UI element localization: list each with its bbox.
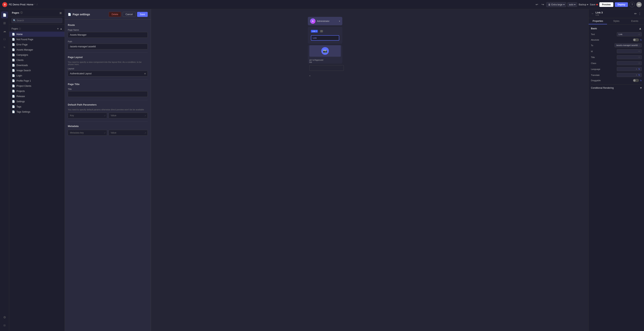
deploy-button[interactable]: Deploy <box>615 2 628 7</box>
sidebar-item-not-found[interactable]: 📄 Not Found Page <box>9 37 64 42</box>
basic-collapse-icon[interactable]: ▲ <box>639 27 642 30</box>
right-panel-actions: ✏ ⋮ <box>634 12 641 16</box>
app-badge: 8 <box>2 2 7 7</box>
delete-button[interactable]: Delete <box>109 12 121 17</box>
search-input[interactable] <box>12 18 62 23</box>
avatar[interactable]: SS <box>636 2 642 7</box>
draggable-toggle[interactable] <box>633 79 639 82</box>
page-item-label: Image Search <box>16 69 62 72</box>
sidebar-item-downloads[interactable]: 📄 Downloads <box>9 63 64 68</box>
device-selector[interactable]: 🖥 Extra large ▾ <box>546 2 566 7</box>
id-edit-icon[interactable]: ✏ <box>638 50 640 52</box>
sidebar-square-icon[interactable]: ▣ <box>60 11 62 14</box>
path-input[interactable] <box>68 44 148 50</box>
add-page-button[interactable]: + <box>57 27 59 30</box>
sidebar-item-project-clients[interactable]: 📄 Project Clients <box>9 83 64 88</box>
help-button[interactable]: ? <box>630 2 635 7</box>
metadata-key-input[interactable] <box>68 130 107 136</box>
right-panel-header: ← Link 3 Link ✏ ⋮ <box>589 9 644 18</box>
undo-button[interactable]: ↩ <box>534 2 539 7</box>
icon-bar-layout[interactable]: ⊟ <box>1 322 8 329</box>
layout-select[interactable]: Authenticated Layout <box>68 71 148 76</box>
language-fx-button[interactable]: fx <box>638 68 640 70</box>
translate-fx-button[interactable]: fx <box>638 74 640 76</box>
sidebar-item-clients[interactable]: 📄 Clients <box>9 58 64 63</box>
icon-bar-cloud[interactable]: ☁ <box>1 28 8 34</box>
basic-section-title: Basic <box>591 27 597 30</box>
pages-section-label: Pages ⓘ <box>12 28 21 30</box>
page-name-input[interactable] <box>68 32 148 38</box>
absolute-fx-button[interactable]: fx <box>640 39 642 41</box>
sidebar-item-profile-page-1[interactable]: 📄 Profile Page 1 <box>9 78 64 83</box>
sidebar-item-release[interactable]: 📄 Release <box>9 94 64 99</box>
canvas-link-card: Link 3 ⋮ Link <box>308 27 342 44</box>
zoom-selector[interactable]: auto ▾ <box>568 2 577 7</box>
sidebar-item-tags-settings[interactable]: 📄 Tags Settings <box>9 109 64 114</box>
to-prop-input[interactable]: /assets-manager/:assetId ✏ <box>614 43 642 47</box>
title-prop-input[interactable]: ✏ <box>617 55 642 59</box>
sidebar-item-projects[interactable]: 📄 Projects <box>9 88 64 94</box>
tab-styles[interactable]: Styles <box>607 18 626 24</box>
collapse-pages-button[interactable]: ▲ <box>60 28 62 30</box>
save-dot <box>596 4 598 5</box>
cancel-button[interactable]: Cancel <box>122 12 136 17</box>
sidebar-item-home[interactable]: 📄 Home <box>9 32 64 37</box>
right-panel-title: Link 3 <box>596 11 603 14</box>
back-button[interactable]: ← <box>591 12 594 15</box>
backup-button[interactable]: Backup ▾ <box>579 3 588 6</box>
save-button-top[interactable]: Save <box>590 3 598 6</box>
page-icon: 📄 <box>12 38 15 41</box>
preview-button[interactable]: Preview <box>599 2 613 7</box>
class-edit-icon[interactable]: ✏ <box>638 62 640 64</box>
to-edit-icon[interactable]: ✏ <box>638 44 640 46</box>
prop-row-title: Title ✏ <box>591 55 642 59</box>
modal-overlay: 📄 Page settings Delete Cancel Save Route… <box>65 9 588 331</box>
key-input[interactable] <box>68 113 107 118</box>
sidebar-item-error[interactable]: 📄 Error Page <box>9 42 64 47</box>
page-icon: 📄 <box>12 100 15 103</box>
value-input[interactable] <box>108 113 148 118</box>
page-icon: 📄 <box>12 69 15 72</box>
page-icon: 📄 <box>12 64 15 67</box>
sidebar-item-image-search[interactable]: 📄 Image Search <box>9 68 64 73</box>
class-prop-input[interactable]: ✏ <box>617 61 642 65</box>
sidebar-item-assets-manager[interactable]: 📄 Assets Manager <box>9 47 64 52</box>
canvas-asset-inner: 📷 <box>309 45 341 57</box>
icon-bar-code[interactable]: { } <box>1 36 8 42</box>
prop-row-class: Class ✏ <box>591 61 642 65</box>
title-edit-icon[interactable]: ✏ <box>638 56 640 58</box>
right-more-icon[interactable]: ⋮ <box>638 12 641 16</box>
sidebar-item-login[interactable]: 📄 Login <box>9 73 64 78</box>
language-prop-select[interactable]: ▾ fx <box>617 67 642 71</box>
conditional-expand-button[interactable]: ▾ <box>640 86 642 90</box>
absolute-toggle[interactable] <box>633 38 639 42</box>
redo-button[interactable]: ↪ <box>540 2 545 7</box>
absolute-toggle-wrap: fx <box>633 38 642 42</box>
sidebar-item-tags[interactable]: 📄 Tags <box>9 104 64 109</box>
draggable-fx-button[interactable]: fx <box>640 80 642 82</box>
sidebar-item-campaigns[interactable]: 📄 Campaigns <box>9 52 64 58</box>
title-label: Title <box>68 88 148 90</box>
save-button[interactable]: Save <box>137 12 148 17</box>
text-edit-icon[interactable]: ✏ <box>638 33 640 36</box>
icon-bar-fx[interactable]: fx <box>1 44 8 50</box>
translate-prop-select[interactable]: ▾ fx <box>617 73 642 77</box>
tab-events[interactable]: Events <box>626 18 644 24</box>
page-item-label: Tags <box>16 105 62 108</box>
tab-properties[interactable]: Properties <box>589 18 607 24</box>
icon-bar-pages[interactable]: 📄 <box>1 12 8 18</box>
prop-row-text: Text Link ✏ <box>591 32 642 36</box>
default-params-help: You need to specify default params other… <box>68 108 148 111</box>
title-input[interactable] <box>68 91 148 97</box>
page-item-label: Home <box>16 33 62 36</box>
id-prop-input[interactable]: ✏ <box>617 49 642 53</box>
icon-bar-components[interactable]: ⊞ <box>1 20 8 26</box>
text-prop-input[interactable]: Link ✏ <box>617 32 642 36</box>
sidebar-item-settings[interactable]: 📄 Settings <box>9 99 64 104</box>
route-section-title: Route <box>68 24 148 26</box>
class-prop-label: Class <box>591 62 596 64</box>
right-edit-icon[interactable]: ✏ <box>634 12 637 16</box>
icon-bar-settings[interactable]: ⚙ <box>1 314 8 321</box>
link-edit-chip-icon[interactable]: ⋮ <box>320 30 323 32</box>
metadata-value-input[interactable] <box>108 130 148 136</box>
